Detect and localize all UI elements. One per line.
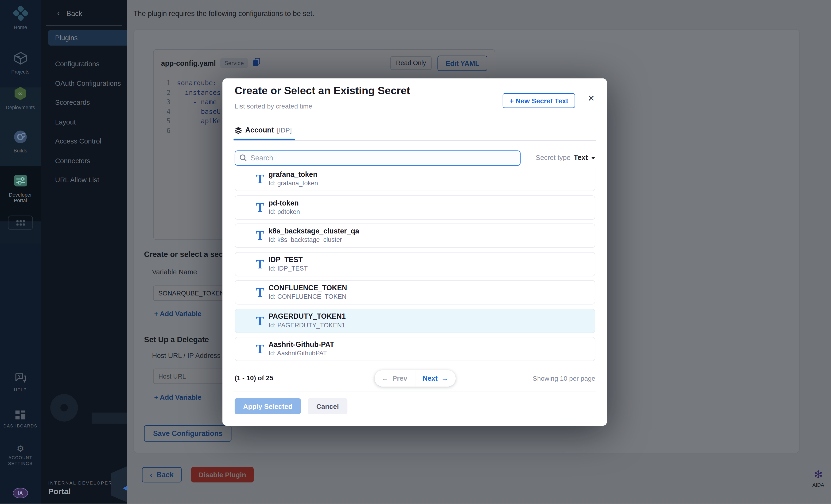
modal-actions: Apply Selected Cancel bbox=[235, 398, 347, 414]
tab-account-idp[interactable]: Account [IDP] bbox=[235, 126, 292, 134]
text-secret-icon: T bbox=[256, 341, 264, 357]
secret-name: grafana_token bbox=[268, 171, 318, 179]
chevron-down-icon bbox=[591, 157, 595, 159]
secret-list-item[interactable]: T CONFLUENCE_TOKEN Id: CONFLUENCE_TOKEN bbox=[235, 280, 595, 305]
secret-name: PAGERDUTY_TOKEN1 bbox=[268, 312, 346, 321]
apply-selected-button[interactable]: Apply Selected bbox=[235, 398, 301, 414]
tab-active-underline bbox=[233, 139, 295, 141]
sidebar-item-home[interactable]: Home bbox=[0, 6, 41, 30]
secret-list-item[interactable]: T pd-token Id: pdtoken bbox=[235, 195, 595, 219]
secret-name: k8s_backstage_cluster_qa bbox=[268, 227, 359, 236]
layers-icon bbox=[235, 126, 242, 134]
next-label: Next bbox=[423, 374, 437, 382]
modal-subtitle: List sorted by created time bbox=[235, 102, 312, 110]
deployments-hexagon-icon: ∞ bbox=[13, 86, 27, 101]
sidebar-item-deployments[interactable]: ∞ Deployments bbox=[0, 86, 41, 110]
decor-ring bbox=[50, 394, 78, 421]
per-page-label: Showing 10 per page bbox=[533, 375, 595, 382]
prev-label: Prev bbox=[392, 374, 407, 382]
harness-logo-icon bbox=[13, 6, 28, 21]
sidebar-item-dashboards[interactable]: DASHBOARDS bbox=[0, 411, 41, 429]
secret-list-item[interactable]: T Aashrit-Github-PAT Id: AashritGithubPA… bbox=[235, 337, 595, 361]
gear-icon: ⚙ bbox=[0, 444, 41, 454]
decor-play-icon bbox=[123, 485, 127, 491]
secret-type-label: Secret type bbox=[536, 154, 571, 161]
text-secret-icon: T bbox=[256, 171, 264, 187]
secret-list-item[interactable]: T k8s_backstage_cluster_qa Id: k8s_backs… bbox=[235, 224, 595, 248]
svg-text:?: ? bbox=[18, 374, 21, 379]
builds-icon bbox=[13, 130, 27, 144]
plugin-settings-menu: PluginsConfigurationsOAuth Configuration… bbox=[41, 30, 127, 190]
close-icon[interactable]: ✕ bbox=[588, 93, 595, 104]
secret-type-dropdown[interactable]: Secret type Text bbox=[536, 154, 595, 161]
sidebar-item-account-settings[interactable]: ⚙ ACCOUNT SETTINGS bbox=[0, 444, 41, 467]
secret-id: Id: grafana_token bbox=[268, 179, 318, 187]
secret-type-value: Text bbox=[574, 154, 588, 161]
secret-id: Id: PAGERDUTY_TOKEN1 bbox=[268, 321, 346, 329]
brand-line-1: INTERNAL DEVELOPER bbox=[48, 480, 112, 486]
secret-name: CONFLUENCE_TOKEN bbox=[268, 284, 347, 292]
secret-name: pd-token bbox=[268, 199, 300, 207]
module-selector-button[interactable] bbox=[8, 216, 33, 230]
sidebar-divider bbox=[46, 25, 122, 26]
cancel-button[interactable]: Cancel bbox=[308, 398, 347, 414]
svg-text:∞: ∞ bbox=[18, 90, 23, 97]
secret-list: T grafana_token Id: grafana_token T pd-t… bbox=[235, 170, 595, 364]
pagination-pill: ← Prev Next → bbox=[374, 370, 456, 387]
text-secret-icon: T bbox=[256, 228, 264, 244]
user-avatar[interactable]: IA bbox=[13, 488, 28, 498]
developer-portal-icon bbox=[13, 173, 28, 188]
secret-id: Id: CONFLUENCE_TOKEN bbox=[268, 293, 347, 301]
primary-sidebar: Home Projects ∞ Deployments Builds bbox=[0, 0, 41, 504]
secret-list-item[interactable]: T grafana_token Id: grafana_token bbox=[235, 170, 595, 191]
sidebar-menu-item[interactable]: OAuth Configurations bbox=[41, 74, 127, 93]
secret-selector-modal: Create or Select an Existing Secret List… bbox=[223, 79, 607, 426]
tab-track-line bbox=[233, 141, 596, 141]
pagination-range: (1 - 10) of 25 bbox=[235, 374, 273, 382]
dashboards-icon bbox=[15, 411, 25, 419]
sidebar-back-label: Back bbox=[66, 9, 82, 17]
secondary-sidebar: ‹ Back PluginsConfigurationsOAuth Config… bbox=[41, 0, 127, 504]
arrow-left-icon: ← bbox=[382, 374, 389, 382]
text-secret-icon: T bbox=[256, 313, 264, 329]
app-root: The plugin requires the following config… bbox=[0, 0, 831, 504]
sidebar-item-developer-portal[interactable]: Developer Portal bbox=[0, 173, 41, 203]
text-secret-icon: T bbox=[256, 285, 264, 300]
sidebar-menu-item[interactable]: Plugins bbox=[48, 30, 127, 46]
tab-account-label: Account bbox=[245, 126, 274, 134]
sidebar-item-help[interactable]: ? HELP bbox=[0, 373, 41, 393]
footer-divider bbox=[233, 391, 596, 391]
secret-id: Id: IDP_TEST bbox=[268, 264, 308, 272]
sidebar-menu-item[interactable]: URL Allow List bbox=[41, 171, 127, 190]
sidebar-menu-item[interactable]: Scorecards bbox=[41, 93, 127, 113]
secret-list-item[interactable]: T IDP_TEST Id: IDP_TEST bbox=[235, 252, 595, 276]
idp-brand: INTERNAL DEVELOPER Portal bbox=[48, 480, 112, 496]
arrow-right-icon: → bbox=[441, 374, 448, 382]
prev-page-button[interactable]: ← Prev bbox=[374, 370, 415, 387]
text-secret-icon: T bbox=[256, 199, 264, 215]
next-page-button[interactable]: Next → bbox=[415, 370, 456, 387]
secret-name: IDP_TEST bbox=[268, 256, 308, 264]
search-input[interactable] bbox=[235, 150, 521, 166]
sidebar-menu-item[interactable]: Access Control bbox=[41, 132, 127, 151]
pagination: (1 - 10) of 25 ← Prev Next → Showing 10 … bbox=[235, 370, 595, 387]
secret-id: Id: AashritGithubPAT bbox=[268, 350, 334, 357]
sidebar-menu-item[interactable]: Configurations bbox=[41, 55, 127, 74]
sidebar-item-projects[interactable]: Projects bbox=[0, 52, 41, 75]
brand-line-2: Portal bbox=[48, 486, 112, 496]
help-chat-icon: ? bbox=[15, 373, 26, 383]
sidebar-item-builds[interactable]: Builds bbox=[0, 130, 41, 153]
grid-icon bbox=[16, 220, 25, 226]
decor-hexagon bbox=[111, 462, 127, 504]
sidebar-back-button[interactable]: ‹ Back bbox=[57, 8, 82, 18]
new-secret-text-button[interactable]: + New Secret Text bbox=[503, 93, 575, 108]
modal-title: Create or Select an Existing Secret bbox=[235, 85, 410, 97]
secret-id: Id: pdtoken bbox=[268, 208, 300, 216]
sidebar-menu-item[interactable]: Layout bbox=[41, 113, 127, 132]
search-icon bbox=[239, 154, 247, 164]
projects-cube-icon bbox=[13, 52, 27, 65]
text-secret-icon: T bbox=[256, 256, 264, 272]
decor-bar bbox=[92, 413, 127, 424]
sidebar-menu-item[interactable]: Connectors bbox=[41, 151, 127, 171]
secret-list-item[interactable]: T PAGERDUTY_TOKEN1 Id: PAGERDUTY_TOKEN1 bbox=[235, 308, 595, 333]
